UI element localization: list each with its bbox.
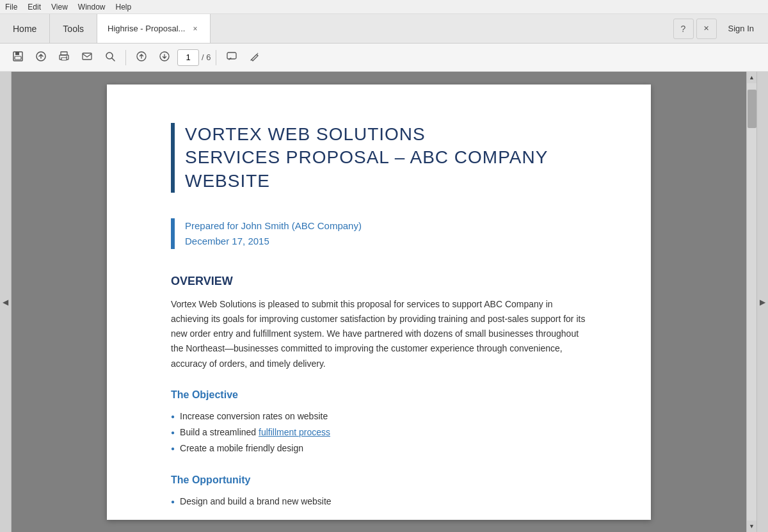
help-icon: ? — [681, 24, 686, 34]
right-panel-toggle[interactable]: ▶ — [756, 72, 768, 532]
document-title-line2: SERVICES PROPOSAL – ABC COMPANY WEBSITE — [185, 146, 587, 193]
opportunity-bullet-list: Design and build a brand new website — [171, 494, 587, 510]
opportunity-heading: The Opportunity — [171, 474, 587, 486]
menu-window[interactable]: Window — [78, 3, 106, 12]
opportunity-section: The Opportunity Design and build a brand… — [171, 474, 587, 510]
objective-bullet-3: Create a mobile friendly design — [171, 440, 587, 456]
menu-edit[interactable]: Edit — [28, 3, 41, 12]
page-number-input[interactable]: 1 — [177, 49, 199, 66]
prepared-accent-bar — [171, 218, 175, 249]
scroll-track — [747, 83, 756, 520]
scroll-up-arrow[interactable]: ▲ — [747, 72, 757, 83]
page-navigation: 1 / 6 — [177, 49, 211, 66]
tab-right-controls: ? ✕ Sign In — [673, 14, 768, 43]
menu-help[interactable]: Help — [116, 3, 132, 12]
tab-home[interactable]: Home — [0, 14, 50, 43]
objective-bullet-text-1: Increase conversion rates on website — [180, 408, 328, 424]
comment-button[interactable] — [221, 47, 242, 68]
tab-bar: Home Tools Highrise - Proposal... × ? ✕ … — [0, 14, 768, 44]
prepared-section: Prepared for John Smith (ABC Company) De… — [171, 218, 587, 249]
save-button[interactable] — [8, 47, 28, 68]
svg-rect-1 — [15, 52, 19, 55]
document-title-line1: VORTEX WEB SOLUTIONS — [185, 123, 587, 146]
title-accent-bar — [171, 123, 175, 193]
next-page-button[interactable] — [154, 47, 175, 68]
scroll-thumb[interactable] — [748, 90, 756, 128]
objective-bullet-text-2: Build a streamlined fulfillment process — [180, 424, 330, 440]
email-icon — [81, 51, 93, 65]
objective-section: The Objective Increase conversion rates … — [171, 389, 587, 457]
right-scrollbar: ▲ ▼ — [746, 72, 756, 532]
menu-view[interactable]: View — [51, 3, 68, 12]
email-button[interactable] — [77, 47, 97, 68]
close-app-button[interactable]: ✕ — [696, 19, 717, 39]
left-toggle-icon: ◀ — [3, 298, 8, 307]
document-title-section: VORTEX WEB SOLUTIONS SERVICES PROPOSAL –… — [171, 123, 587, 193]
draw-button[interactable] — [244, 47, 265, 68]
toolbar: 1 / 6 — [0, 44, 768, 72]
prepared-for-label: Prepared for John Smith (ABC Company) — [185, 218, 362, 234]
toolbar-separator-2 — [216, 50, 216, 65]
home-tab-label: Home — [13, 24, 36, 34]
menu-bar: File Edit View Window Help — [0, 0, 768, 14]
svg-rect-6 — [61, 58, 67, 60]
objective-bullet-2: Build a streamlined fulfillment process — [171, 424, 587, 440]
svg-rect-2 — [15, 56, 21, 60]
svg-rect-13 — [227, 52, 236, 59]
draw-icon — [249, 51, 260, 65]
sign-in-button[interactable]: Sign In — [719, 20, 763, 37]
opportunity-bullet-1: Design and build a brand new website — [171, 494, 587, 510]
upload-icon — [35, 51, 47, 65]
svg-line-10 — [112, 58, 115, 61]
prev-page-icon — [136, 51, 147, 65]
print-icon — [58, 51, 70, 65]
page-total-label: / 6 — [202, 52, 211, 62]
opportunity-bullet-text-1: Design and build a brand new website — [180, 494, 332, 510]
document-tab-label: Highrise - Proposal... — [108, 24, 185, 33]
tools-tab-label: Tools — [63, 24, 84, 34]
comment-icon — [226, 51, 237, 65]
objective-bullet-list: Increase conversion rates on website Bui… — [171, 408, 587, 457]
left-panel-toggle[interactable]: ◀ — [0, 72, 12, 532]
document-page: VORTEX WEB SOLUTIONS SERVICES PROPOSAL –… — [107, 85, 651, 520]
print-button[interactable] — [54, 47, 74, 68]
svg-rect-4 — [61, 52, 67, 55]
objective-bullet-text-3: Create a mobile friendly design — [180, 440, 303, 456]
upload-button[interactable] — [31, 47, 51, 68]
close-app-icon: ✕ — [703, 24, 709, 33]
next-page-icon — [159, 51, 170, 65]
tab-close-button[interactable]: × — [190, 23, 200, 35]
svg-point-7 — [66, 56, 67, 58]
document-date: December 17, 2015 — [185, 234, 362, 249]
document-scroll-area[interactable]: VORTEX WEB SOLUTIONS SERVICES PROPOSAL –… — [12, 72, 746, 532]
menu-file[interactable]: File — [5, 3, 17, 12]
objective-bullet-1: Increase conversion rates on website — [171, 408, 587, 424]
prepared-text: Prepared for John Smith (ABC Company) De… — [185, 218, 362, 249]
main-area: ◀ VORTEX WEB SOLUTIONS SERVICES PROPOSAL… — [0, 72, 768, 532]
objective-heading: The Objective — [171, 389, 587, 401]
document-title-text: VORTEX WEB SOLUTIONS SERVICES PROPOSAL –… — [185, 123, 587, 193]
overview-section: OVERVIEW Vortex Web Solutions is pleased… — [171, 275, 587, 371]
overview-heading: OVERVIEW — [171, 275, 587, 288]
scroll-down-arrow[interactable]: ▼ — [747, 520, 757, 532]
search-icon — [104, 51, 116, 65]
right-toggle-icon: ▶ — [760, 298, 765, 307]
prev-page-button[interactable] — [131, 47, 152, 68]
svg-rect-8 — [83, 53, 92, 60]
search-button[interactable] — [100, 47, 120, 68]
help-button[interactable]: ? — [673, 19, 694, 39]
overview-body: Vortex Web Solutions is pleased to submi… — [171, 297, 587, 371]
toolbar-separator — [125, 50, 126, 65]
save-icon — [12, 51, 24, 65]
tab-tools[interactable]: Tools — [50, 14, 97, 43]
tab-document[interactable]: Highrise - Proposal... × — [97, 14, 211, 43]
